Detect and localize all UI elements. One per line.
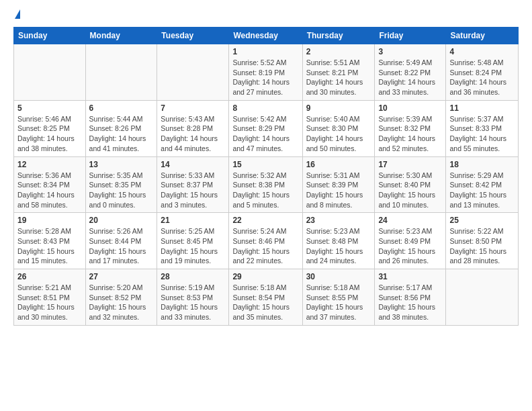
day-info: Sunrise: 5:46 AMSunset: 8:25 PMDaylight:… [17,114,82,154]
calendar-cell: 24Sunrise: 5:23 AMSunset: 8:49 PMDayligh… [375,213,446,269]
calendar-cell: 6Sunrise: 5:44 AMSunset: 8:26 PMDaylight… [85,100,157,156]
week-row-0: 1Sunrise: 5:52 AMSunset: 8:19 PMDaylight… [14,44,519,101]
day-info: Sunrise: 5:49 AMSunset: 8:22 PMDaylight:… [378,58,442,97]
calendar-cell: 27Sunrise: 5:20 AMSunset: 8:52 PMDayligh… [85,269,157,326]
day-info: Sunrise: 5:23 AMSunset: 8:49 PMDaylight:… [378,226,442,266]
calendar-cell: 1Sunrise: 5:52 AMSunset: 8:19 PMDaylight… [229,44,302,101]
day-info: Sunrise: 5:29 AMSunset: 8:42 PMDaylight:… [449,171,515,210]
logo [13,11,20,20]
day-info: Sunrise: 5:42 AMSunset: 8:29 PMDaylight:… [232,114,298,154]
day-number: 1 [232,47,298,56]
header-wednesday: Wednesday [229,28,302,44]
calendar-cell: 3Sunrise: 5:49 AMSunset: 8:22 PMDaylight… [375,44,446,101]
calendar-cell: 22Sunrise: 5:24 AMSunset: 8:46 PMDayligh… [229,213,302,269]
day-info: Sunrise: 5:28 AMSunset: 8:43 PMDaylight:… [17,226,82,266]
calendar-cell: 15Sunrise: 5:32 AMSunset: 8:38 PMDayligh… [229,156,302,213]
calendar-cell: 16Sunrise: 5:31 AMSunset: 8:39 PMDayligh… [302,156,375,213]
calendar-cell: 17Sunrise: 5:30 AMSunset: 8:40 PMDayligh… [375,156,446,213]
day-number: 28 [161,272,225,281]
day-number: 21 [161,216,225,225]
logo-icon [15,9,20,19]
day-number: 26 [17,272,82,281]
day-info: Sunrise: 5:40 AMSunset: 8:30 PMDaylight:… [306,114,371,154]
day-number: 3 [378,47,442,56]
day-info: Sunrise: 5:44 AMSunset: 8:26 PMDaylight:… [89,114,154,154]
calendar-cell: 13Sunrise: 5:35 AMSunset: 8:35 PMDayligh… [85,156,157,213]
day-number: 6 [89,103,154,113]
day-number: 27 [89,272,154,281]
week-row-3: 19Sunrise: 5:28 AMSunset: 8:43 PMDayligh… [14,213,519,269]
day-number: 4 [449,47,515,56]
calendar-cell: 21Sunrise: 5:25 AMSunset: 8:45 PMDayligh… [157,213,229,269]
weekday-header-row: Sunday Monday Tuesday Wednesday Thursday… [14,28,519,44]
calendar-cell: 31Sunrise: 5:17 AMSunset: 8:56 PMDayligh… [375,269,446,326]
week-row-2: 12Sunrise: 5:36 AMSunset: 8:34 PMDayligh… [14,156,519,213]
day-info: Sunrise: 5:30 AMSunset: 8:40 PMDaylight:… [378,171,442,210]
day-info: Sunrise: 5:22 AMSunset: 8:50 PMDaylight:… [449,226,515,266]
calendar-cell: 18Sunrise: 5:29 AMSunset: 8:42 PMDayligh… [446,156,519,213]
day-info: Sunrise: 5:35 AMSunset: 8:35 PMDaylight:… [89,171,154,210]
day-number: 22 [232,216,298,225]
week-row-4: 26Sunrise: 5:21 AMSunset: 8:51 PMDayligh… [14,269,519,326]
calendar-page: Sunday Monday Tuesday Wednesday Thursday… [0,0,532,336]
day-number: 10 [378,103,442,113]
day-number: 30 [306,272,371,281]
day-info: Sunrise: 5:37 AMSunset: 8:33 PMDaylight:… [449,114,515,154]
day-info: Sunrise: 5:39 AMSunset: 8:32 PMDaylight:… [378,114,442,154]
calendar-cell: 2Sunrise: 5:51 AMSunset: 8:21 PMDaylight… [302,44,375,101]
calendar-cell: 10Sunrise: 5:39 AMSunset: 8:32 PMDayligh… [375,100,446,156]
day-info: Sunrise: 5:52 AMSunset: 8:19 PMDaylight:… [232,58,298,97]
calendar-cell: 23Sunrise: 5:23 AMSunset: 8:48 PMDayligh… [302,213,375,269]
day-number: 15 [232,160,298,169]
day-number: 24 [378,216,442,225]
day-info: Sunrise: 5:32 AMSunset: 8:38 PMDaylight:… [232,171,298,210]
calendar-cell [157,44,229,101]
day-info: Sunrise: 5:21 AMSunset: 8:51 PMDaylight:… [17,283,82,322]
day-info: Sunrise: 5:20 AMSunset: 8:52 PMDaylight:… [89,283,154,322]
week-row-1: 5Sunrise: 5:46 AMSunset: 8:25 PMDaylight… [14,100,519,156]
day-info: Sunrise: 5:48 AMSunset: 8:24 PMDaylight:… [449,58,515,97]
calendar-table: Sunday Monday Tuesday Wednesday Thursday… [13,27,519,326]
day-number: 13 [89,160,154,169]
day-number: 29 [232,272,298,281]
day-number: 18 [449,160,515,169]
day-number: 11 [449,103,515,113]
header-saturday: Saturday [446,28,519,44]
calendar-cell: 25Sunrise: 5:22 AMSunset: 8:50 PMDayligh… [446,213,519,269]
day-number: 19 [17,216,82,225]
header-friday: Friday [375,28,446,44]
calendar-cell: 4Sunrise: 5:48 AMSunset: 8:24 PMDaylight… [446,44,519,101]
day-info: Sunrise: 5:31 AMSunset: 8:39 PMDaylight:… [306,171,371,210]
day-number: 17 [378,160,442,169]
calendar-cell [446,269,519,326]
day-number: 20 [89,216,154,225]
calendar-cell: 9Sunrise: 5:40 AMSunset: 8:30 PMDaylight… [302,100,375,156]
calendar-cell: 28Sunrise: 5:19 AMSunset: 8:53 PMDayligh… [157,269,229,326]
calendar-cell: 7Sunrise: 5:43 AMSunset: 8:28 PMDaylight… [157,100,229,156]
day-info: Sunrise: 5:25 AMSunset: 8:45 PMDaylight:… [161,226,225,266]
calendar-cell: 8Sunrise: 5:42 AMSunset: 8:29 PMDaylight… [229,100,302,156]
day-number: 7 [161,103,225,113]
calendar-cell [85,44,157,101]
header-tuesday: Tuesday [157,28,229,44]
day-info: Sunrise: 5:43 AMSunset: 8:28 PMDaylight:… [161,114,225,154]
calendar-cell: 30Sunrise: 5:18 AMSunset: 8:55 PMDayligh… [302,269,375,326]
day-info: Sunrise: 5:17 AMSunset: 8:56 PMDaylight:… [378,283,442,322]
day-info: Sunrise: 5:18 AMSunset: 8:55 PMDaylight:… [306,283,371,322]
calendar-cell: 20Sunrise: 5:26 AMSunset: 8:44 PMDayligh… [85,213,157,269]
day-info: Sunrise: 5:36 AMSunset: 8:34 PMDaylight:… [17,171,82,210]
day-number: 9 [306,103,371,113]
header-monday: Monday [85,28,157,44]
day-number: 14 [161,160,225,169]
day-number: 31 [378,272,442,281]
calendar-cell: 11Sunrise: 5:37 AMSunset: 8:33 PMDayligh… [446,100,519,156]
day-info: Sunrise: 5:23 AMSunset: 8:48 PMDaylight:… [306,226,371,266]
calendar-cell: 26Sunrise: 5:21 AMSunset: 8:51 PMDayligh… [14,269,86,326]
header [13,11,519,20]
calendar-cell: 12Sunrise: 5:36 AMSunset: 8:34 PMDayligh… [14,156,86,213]
day-info: Sunrise: 5:26 AMSunset: 8:44 PMDaylight:… [89,226,154,266]
header-sunday: Sunday [14,28,86,44]
day-number: 5 [17,103,82,113]
day-info: Sunrise: 5:24 AMSunset: 8:46 PMDaylight:… [232,226,298,266]
day-info: Sunrise: 5:33 AMSunset: 8:37 PMDaylight:… [161,171,225,210]
